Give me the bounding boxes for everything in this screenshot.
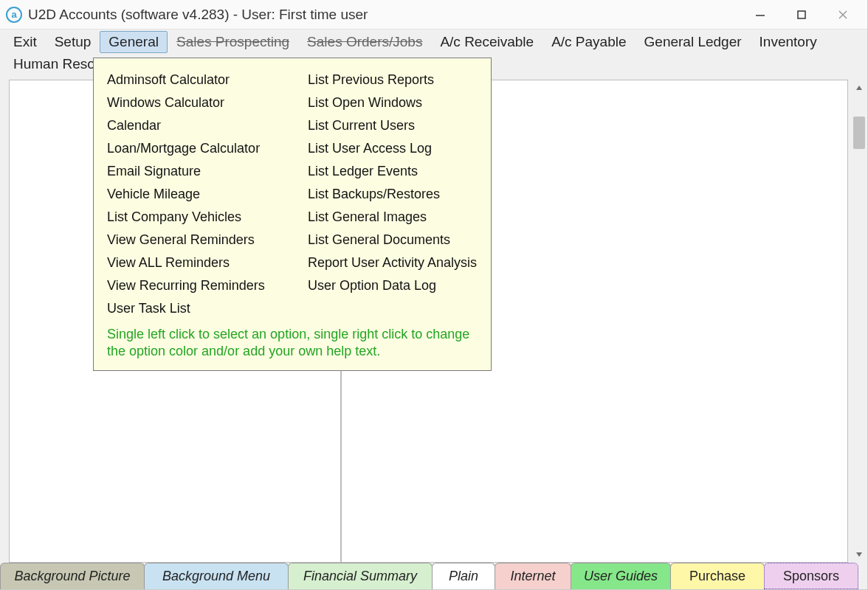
menu-setup[interactable]: Setup [46,31,100,53]
tab-internet[interactable]: Internet [495,563,571,589]
minimize-button[interactable] [742,3,779,27]
tab-financial-summary[interactable]: Financial Summary [288,563,433,589]
window-title: U2D Accounts (software v4.283) - User: F… [28,7,368,23]
dd-list-general-documents[interactable]: List General Documents [308,229,478,251]
dd-list-general-images[interactable]: List General Images [308,206,478,229]
dd-windows-calculator[interactable]: Windows Calculator [107,91,277,114]
menu-sales-prospecting[interactable]: Sales Prospecting [168,31,298,53]
dd-view-general-reminders[interactable]: View General Reminders [107,229,277,251]
tab-purchase[interactable]: Purchase [670,563,765,589]
scroll-thumb[interactable] [853,117,865,149]
menu-ac-receivable[interactable]: A/c Receivable [431,31,542,53]
dropdown-hint: Single left click to select an option, s… [107,326,476,360]
menu-ac-payable[interactable]: A/c Payable [542,31,635,53]
dd-list-user-access-log[interactable]: List User Access Log [308,137,478,160]
dd-adminsoft-calculator[interactable]: Adminsoft Calculator [107,69,277,91]
dd-calendar[interactable]: Calendar [107,114,277,137]
dd-list-backups-restores[interactable]: List Backups/Restores [308,183,478,206]
title-bar: a U2D Accounts (software v4.283) - User:… [0,0,867,30]
tab-background-picture[interactable]: Background Picture [0,563,145,589]
tab-user-guides[interactable]: User Guides [571,563,671,589]
dd-loan-mortgage-calculator[interactable]: Loan/Mortgage Calculator [107,137,277,160]
dd-user-task-list[interactable]: User Task List [107,297,277,320]
dd-list-company-vehicles[interactable]: List Company Vehicles [107,206,277,229]
dd-user-option-data-log[interactable]: User Option Data Log [308,274,478,297]
dd-view-recurring-reminders[interactable]: View Recurring Reminders [107,274,277,297]
tab-background-menu[interactable]: Background Menu [144,563,289,589]
menu-sales-orders-jobs[interactable]: Sales Orders/Jobs [298,31,431,53]
svg-marker-4 [856,86,862,90]
bottom-tabs: Background Picture Background Menu Finan… [0,563,867,589]
app-icon: a [6,7,22,23]
menu-general-ledger[interactable]: General Ledger [636,31,751,53]
menu-inventory[interactable]: Inventory [751,31,826,53]
scroll-up-icon[interactable] [851,80,867,96]
menu-general[interactable]: General [100,31,168,53]
dd-list-ledger-events[interactable]: List Ledger Events [308,160,478,183]
tab-plain[interactable]: Plain [432,563,495,589]
vertical-scrollbar[interactable] [851,80,867,563]
dropdown-col-1: Adminsoft Calculator Windows Calculator … [107,69,277,320]
scroll-track[interactable] [851,96,867,546]
dropdown-col-2: List Previous Reports List Open Windows … [308,69,478,320]
dd-list-open-windows[interactable]: List Open Windows [308,91,478,114]
dd-list-current-users[interactable]: List Current Users [308,114,478,137]
general-dropdown: Adminsoft Calculator Windows Calculator … [93,58,492,371]
maximize-button[interactable] [783,3,820,27]
close-button[interactable] [824,3,861,27]
dd-report-user-activity-analysis[interactable]: Report User Activity Analysis [308,251,478,274]
svg-rect-1 [798,11,805,18]
menu-exit[interactable]: Exit [4,31,46,53]
svg-marker-5 [856,552,862,557]
dd-vehicle-mileage[interactable]: Vehicle Mileage [107,183,277,206]
tab-sponsors[interactable]: Sponsors [764,563,858,589]
dd-email-signature[interactable]: Email Signature [107,160,277,183]
dd-list-previous-reports[interactable]: List Previous Reports [308,69,478,91]
scroll-down-icon[interactable] [851,546,867,563]
dd-view-all-reminders[interactable]: View ALL Reminders [107,251,277,274]
